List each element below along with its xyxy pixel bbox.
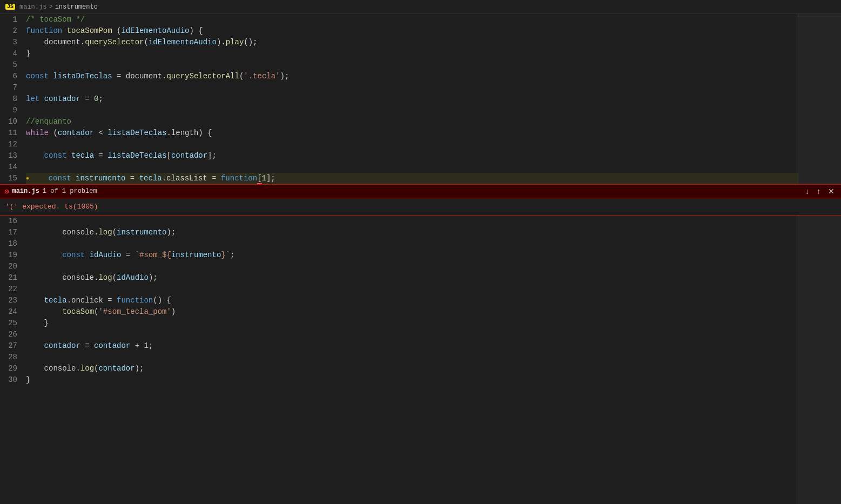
token: instrumento xyxy=(171,251,221,259)
line-number: 12 xyxy=(4,139,17,150)
token: console xyxy=(26,228,94,237)
code-line xyxy=(26,261,798,272)
token: tecla xyxy=(71,151,94,160)
token: '#som_tecla_pom' xyxy=(98,307,171,316)
code-line xyxy=(26,329,798,340)
code-line xyxy=(26,238,798,250)
code-line: } xyxy=(26,374,798,386)
code-line: console.log(idAudio); xyxy=(26,272,798,284)
token: ) { xyxy=(189,26,203,35)
line-number: 10 xyxy=(4,116,17,127)
line-number: 19 xyxy=(4,250,17,261)
token xyxy=(85,251,89,259)
error-message-bar: '(' expected. ts(1005) xyxy=(0,198,841,216)
token: function xyxy=(117,296,153,305)
token xyxy=(67,151,71,160)
token xyxy=(62,26,66,35)
token: ); xyxy=(166,228,176,237)
code-line xyxy=(26,139,798,150)
nav-up-button[interactable]: ↑ xyxy=(815,186,823,197)
line-number: 21 xyxy=(4,272,17,284)
nav-down-button[interactable]: ↓ xyxy=(803,186,811,197)
token: function xyxy=(221,174,257,183)
line-number: 29 xyxy=(4,363,17,374)
code-line: const idAudio = `#som_${instrumento}`; xyxy=(26,250,798,261)
error-close-button[interactable]: ✕ xyxy=(826,186,837,197)
token: const xyxy=(26,251,85,259)
line-number: 27 xyxy=(4,340,17,352)
token: ( xyxy=(112,228,117,237)
minimap xyxy=(798,216,841,504)
line-number: 20 xyxy=(4,261,17,272)
code-line: const listaDeTeclas = document.querySele… xyxy=(26,71,798,82)
code-line: /* tocaSom */ xyxy=(26,14,798,25)
token: ; xyxy=(230,251,234,259)
code-line: console.log(contador); xyxy=(26,363,798,374)
token: ( xyxy=(49,129,58,137)
token: idElementoAudio xyxy=(121,26,189,35)
line-number: 26 xyxy=(4,329,17,340)
token: console xyxy=(26,273,94,282)
code-line xyxy=(26,352,798,363)
token: .onclick = xyxy=(67,296,117,305)
token: const xyxy=(26,151,67,160)
code-line: contador = contador + 1; xyxy=(26,340,798,352)
line-number: 28 xyxy=(4,352,17,363)
token: ( xyxy=(144,38,148,46)
token: const xyxy=(26,72,49,80)
token: idElementoAudio xyxy=(149,38,217,46)
code-line xyxy=(26,162,798,173)
code-line: document.querySelector(idElementoAudio).… xyxy=(26,37,798,48)
token: } xyxy=(26,49,30,58)
token: idAudio xyxy=(117,273,149,282)
token: ]; xyxy=(266,174,275,183)
token: const xyxy=(30,174,71,183)
code-line: let contador = 0; xyxy=(26,93,798,105)
token: ); xyxy=(280,72,290,80)
line-number: 15 xyxy=(4,173,17,184)
line-number: 16 xyxy=(4,216,17,227)
token: + xyxy=(130,341,144,350)
token: .classList = xyxy=(162,174,221,183)
code-content[interactable]: /* tocaSom */function tocaSomPom (idElem… xyxy=(22,14,798,184)
breadcrumb-bar: JS main.js > instrumento xyxy=(0,0,841,14)
line-number: 3 xyxy=(4,37,17,48)
breadcrumb-symbol: instrumento xyxy=(55,3,98,11)
line-numbers: 161718192021222324252627282930 xyxy=(0,216,22,504)
token: let xyxy=(26,95,39,103)
code-line: } xyxy=(26,48,798,59)
token: contador xyxy=(98,364,134,373)
token: = xyxy=(121,251,134,259)
token: contador xyxy=(26,341,80,350)
token: document xyxy=(26,38,80,46)
line-number: 22 xyxy=(4,284,17,295)
code-line: function tocaSomPom (idElementoAudio) { xyxy=(26,25,798,37)
warning-icon: ● xyxy=(26,176,29,182)
token: instrumento xyxy=(76,174,125,183)
token xyxy=(26,307,62,316)
code-content[interactable]: console.log(instrumento); const idAudio … xyxy=(22,216,798,504)
token: ( xyxy=(112,26,122,35)
code-line: tecla.onclick = function() { xyxy=(26,295,798,306)
token: contador xyxy=(171,151,207,160)
token: while xyxy=(26,129,49,137)
token: tocaSomPom xyxy=(67,26,112,35)
line-number: 14 xyxy=(4,162,17,173)
token: ). xyxy=(217,38,226,46)
line-number: 8 xyxy=(4,93,17,105)
token: querySelectorAll xyxy=(166,72,239,80)
code-line: const tecla = listaDeTeclas[contador]; xyxy=(26,150,798,162)
line-number: 17 xyxy=(4,227,17,238)
line-number: 1 xyxy=(4,14,17,25)
token: } xyxy=(26,319,49,327)
code-line xyxy=(26,284,798,295)
code-bottom: 161718192021222324252627282930 console.l… xyxy=(0,216,841,504)
code-section-top: 123456789101112131415/* tocaSom */functi… xyxy=(0,14,841,504)
token: ); xyxy=(149,273,158,282)
token: log xyxy=(80,364,94,373)
token: contador xyxy=(44,95,80,103)
code-line: tocaSom('#som_tecla_pom') xyxy=(26,306,798,318)
token: tocaSom xyxy=(62,307,94,316)
token: listaDeTeclas xyxy=(107,129,166,137)
token: .length) { xyxy=(166,129,212,137)
